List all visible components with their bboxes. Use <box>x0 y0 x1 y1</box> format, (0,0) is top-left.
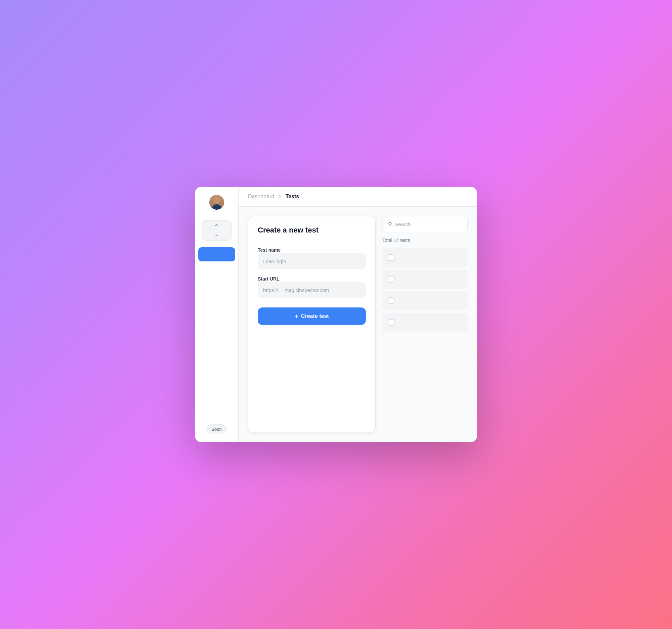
checkbox[interactable] <box>388 319 394 325</box>
search-icon: ⚲ <box>388 221 392 227</box>
card-title: Create a new test <box>258 226 366 240</box>
plus-icon: + <box>295 313 298 320</box>
list-item[interactable] <box>382 313 468 332</box>
checkbox[interactable] <box>388 276 394 283</box>
create-test-card: Create a new test Test name Start URL ht… <box>248 216 376 433</box>
list-item[interactable] <box>382 291 468 310</box>
search-bar[interactable]: ⚲ Search <box>382 216 468 232</box>
total-count: Total 14 tests <box>382 236 468 244</box>
header: Dashboard > Tests <box>239 187 477 207</box>
main-content: Dashboard > Tests Create a new test Test… <box>239 187 477 442</box>
soon-badge: Soon <box>206 425 226 434</box>
start-url-label: Start URL <box>258 276 280 282</box>
test-name-input[interactable] <box>258 253 366 269</box>
checkbox[interactable] <box>388 297 394 304</box>
create-button-label: Create test <box>301 313 329 319</box>
breadcrumb-current: Tests <box>286 194 299 200</box>
checkbox[interactable] <box>388 255 394 261</box>
content-area: Create a new test Test name Start URL ht… <box>239 207 477 442</box>
list-item[interactable] <box>382 248 468 267</box>
sidebar: ⌃⌄ Soon <box>195 187 239 442</box>
app-window: ⌃⌄ Soon Dashboard > Tests Create a new t… <box>195 187 477 442</box>
test-name-label: Test name <box>258 247 281 253</box>
list-item[interactable] <box>382 270 468 289</box>
nav-selector[interactable]: ⌃⌄ <box>201 220 232 241</box>
nav-active-item[interactable] <box>198 247 235 261</box>
search-placeholder: Search <box>395 221 411 227</box>
url-input-wrapper: https:// <box>258 282 366 298</box>
test-list <box>382 248 468 332</box>
avatar[interactable] <box>209 195 224 210</box>
url-prefix: https:// <box>263 287 278 293</box>
breadcrumb-dashboard[interactable]: Dashboard <box>248 194 274 200</box>
chevron-updown-icon: ⌃⌄ <box>214 223 219 238</box>
right-panel: ⚲ Search Total 14 tests <box>382 216 468 433</box>
create-test-button[interactable]: + Create test <box>258 308 366 325</box>
breadcrumb-separator: > <box>278 194 281 200</box>
